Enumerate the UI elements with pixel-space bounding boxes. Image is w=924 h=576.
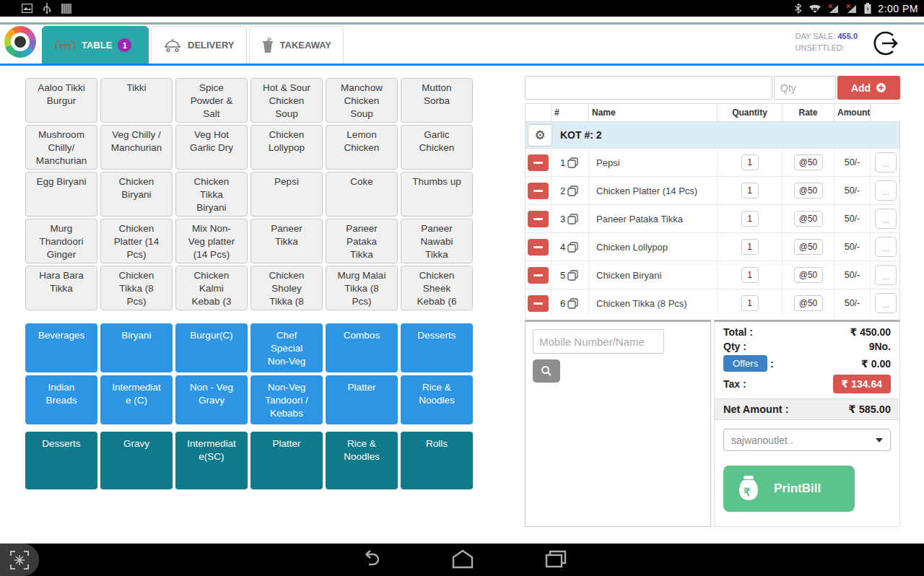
item-qty-box[interactable]: 1 — [741, 267, 759, 283]
menu-item[interactable]: Murg Thandoori Ginger — [25, 219, 97, 263]
menu-item[interactable]: Murg Malai Tikka (8 Pcs) — [326, 266, 398, 310]
back-icon[interactable] — [359, 549, 382, 570]
menu-item[interactable]: Chicken Platter (14 Pcs) — [100, 219, 173, 263]
menu-item[interactable]: Chicken Kalmi Kebab (3 — [175, 266, 248, 310]
category-button[interactable]: Rice & Noodles — [326, 432, 398, 489]
item-rate-box[interactable]: @50 — [794, 154, 823, 170]
row-more-button[interactable]: ... — [875, 293, 897, 313]
copy-icon[interactable] — [567, 157, 578, 168]
menu-item[interactable]: Veg Chilly / Manchurian — [100, 125, 173, 170]
item-rate-box[interactable]: @50 — [794, 239, 823, 255]
category-button[interactable]: Intermediat e (C) — [100, 375, 173, 424]
menu-item[interactable]: Chicken Sholey Tikka (8 — [250, 266, 323, 310]
kot-settings-button[interactable]: ⚙ — [528, 124, 552, 147]
print-bill-button[interactable]: ₹ PrintBill — [723, 466, 855, 512]
item-qty-box[interactable]: 1 — [741, 211, 759, 227]
offers-button[interactable]: Offers — [723, 355, 767, 372]
menu-item[interactable]: Paneer Tikka — [250, 219, 323, 263]
category-button[interactable]: Indian Breads — [25, 375, 97, 424]
category-button[interactable]: Combos — [326, 323, 398, 372]
item-rate-box[interactable]: @50 — [794, 295, 823, 311]
category-button[interactable]: Platter — [250, 432, 323, 489]
recents-icon[interactable] — [544, 549, 568, 570]
rupee-glyph: ₹ — [744, 486, 751, 499]
item-qty-box[interactable]: 1 — [741, 183, 759, 198]
category-button[interactable]: Chef Special Non-Veg — [250, 323, 323, 372]
item-qty-box[interactable]: 1 — [741, 239, 759, 255]
row-more-button[interactable]: ... — [875, 265, 897, 285]
customer-search-button[interactable] — [533, 359, 560, 383]
copy-icon[interactable] — [567, 298, 578, 309]
menu-item[interactable]: Thumbs up — [401, 172, 473, 217]
copy-icon[interactable] — [567, 186, 578, 196]
category-button[interactable]: Burgur(C) — [175, 323, 248, 372]
remove-item-button[interactable] — [528, 267, 549, 284]
tab-table[interactable]: TABLE 1 — [42, 26, 149, 64]
row-more-button[interactable]: ... — [875, 180, 897, 201]
menu-item[interactable]: Chicken Biryani — [100, 172, 173, 217]
remove-item-button[interactable] — [528, 211, 549, 227]
tab-delivery[interactable]: DELIVERY — [151, 26, 247, 64]
menu-item[interactable]: Pepsi — [250, 172, 323, 217]
item-qty-box[interactable]: 1 — [741, 154, 759, 170]
remove-item-button[interactable] — [528, 183, 549, 199]
menu-item[interactable]: Mutton Sorba — [401, 78, 473, 123]
item-search-input[interactable] — [525, 76, 772, 100]
menu-item[interactable]: Chicken Lollypop — [250, 125, 323, 170]
add-item-button[interactable]: Add — [837, 76, 900, 100]
menu-item[interactable]: Chicken Tikka Biryani — [175, 172, 248, 217]
customer-search-input[interactable] — [533, 329, 664, 354]
item-rate-box[interactable]: @50 — [794, 267, 823, 283]
copy-icon[interactable] — [567, 242, 578, 253]
item-rate-box[interactable]: @50 — [794, 183, 823, 198]
menu-item[interactable]: Aaloo Tikki Burgur — [25, 78, 97, 123]
app-logo[interactable] — [4, 26, 36, 58]
tab-takeaway[interactable]: TAKEAWAY — [249, 26, 344, 64]
category-button[interactable]: Non-Veg Tandoori / Kebabs — [250, 375, 323, 424]
category-button[interactable]: Desserts — [25, 432, 97, 489]
menu-item[interactable]: Hot & Sour Chicken Soup — [250, 78, 323, 123]
menu-item[interactable]: Chicken Sheek Kebab (6 — [401, 266, 473, 310]
menu-item[interactable]: Lemon Chicken — [326, 125, 398, 170]
copy-icon[interactable] — [567, 214, 578, 224]
qty-input[interactable] — [774, 76, 836, 100]
menu-item[interactable]: Mix Non- Veg platter (14 Pcs) — [175, 219, 248, 263]
row-more-button[interactable]: ... — [875, 237, 897, 257]
category-button[interactable]: Platter — [326, 375, 398, 424]
copy-icon[interactable] — [567, 270, 578, 281]
header-bottom-divider — [0, 64, 924, 66]
menu-item[interactable]: Spice Powder & Salt — [175, 78, 248, 123]
category-button[interactable]: Gravy — [100, 432, 173, 489]
category-button[interactable]: Biryani — [100, 323, 173, 372]
category-button[interactable]: Rolls — [401, 432, 473, 489]
menu-item[interactable]: Garlic Chicken — [401, 125, 473, 170]
net-amount-value: ₹ 585.00 — [849, 403, 891, 415]
home-icon[interactable] — [450, 549, 475, 570]
category-button[interactable]: Rice & Noodles — [401, 375, 473, 424]
menu-item[interactable]: Egg Biryani — [25, 172, 97, 217]
menu-item[interactable]: Manchow Chicken Soup — [326, 78, 398, 123]
category-button[interactable]: Desserts — [401, 323, 473, 372]
outlet-dropdown[interactable]: sajwanoutlet . — [723, 429, 891, 451]
item-qty-box[interactable]: 1 — [741, 295, 759, 311]
remove-item-button[interactable] — [528, 295, 549, 312]
scan-shortcut-button[interactable] — [0, 544, 39, 576]
menu-item[interactable]: Coke — [326, 172, 398, 217]
remove-item-button[interactable] — [528, 154, 549, 171]
menu-item[interactable]: Hara Bara Tikka — [25, 266, 97, 310]
row-more-button[interactable]: ... — [875, 152, 897, 173]
menu-item[interactable]: Veg Hot Garlic Dry — [175, 125, 248, 170]
category-button[interactable]: Beverages — [25, 323, 97, 372]
menu-item[interactable]: Mushroom Chilly/ Manchurian — [25, 125, 97, 170]
menu-item[interactable]: Paneer Nawabi Tikka — [401, 219, 473, 263]
logout-icon[interactable] — [872, 29, 901, 58]
category-button[interactable]: Non - Veg Gravy — [175, 375, 248, 424]
menu-item[interactable]: Tikki — [100, 78, 173, 123]
menu-item[interactable]: Paneer Pataka Tikka — [326, 219, 398, 263]
menu-item[interactable]: Chicken Tikka (8 Pcs) — [100, 266, 173, 310]
row-more-button[interactable]: ... — [875, 209, 897, 229]
tax-value-chip[interactable]: ₹ 134.64 — [833, 375, 891, 393]
category-button[interactable]: Intermediat e(SC) — [175, 432, 248, 489]
item-rate-box[interactable]: @50 — [794, 211, 823, 227]
remove-item-button[interactable] — [528, 239, 549, 256]
